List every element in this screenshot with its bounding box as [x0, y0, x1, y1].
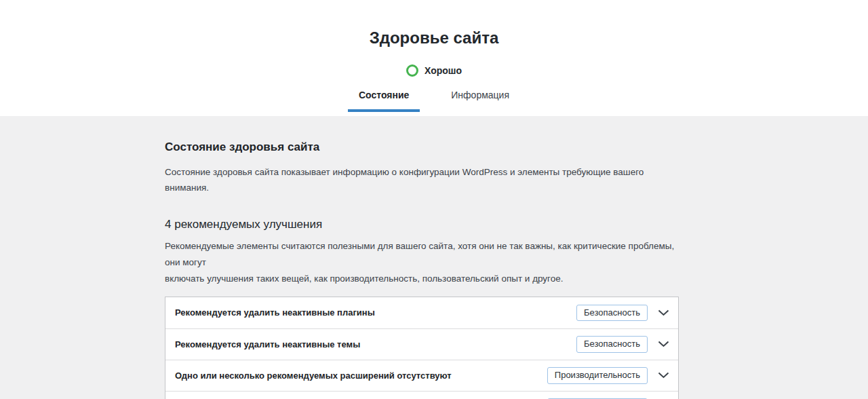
issue-label: Рекомендуется удалить неактивные плагины [175, 307, 375, 318]
issues-accordion: Рекомендуется удалить неактивные плагины… [165, 297, 679, 399]
issue-row-page-cache[interactable]: Кеширование страниц не обнаружено, но вр… [165, 391, 678, 399]
content-wrapper: Состояние здоровья сайта Состояние здоро… [165, 116, 679, 399]
tab-status[interactable]: Состояние [348, 88, 420, 112]
issue-badge: Безопасность [576, 336, 648, 353]
status-label: Хорошо [425, 65, 462, 76]
section-description: Состояние здоровья сайта показывает инфо… [165, 164, 679, 196]
issue-badge: Производительность [547, 367, 648, 384]
page-title: Здоровье сайта [0, 28, 868, 48]
chevron-down-icon [658, 341, 669, 347]
issue-row-missing-extensions[interactable]: Одно или несколько рекомендуемых расшире… [165, 360, 678, 391]
tab-info[interactable]: Информация [440, 88, 520, 112]
chevron-down-icon [658, 309, 669, 316]
chevron-down-icon [658, 372, 669, 379]
issues-count-title: 4 рекомендуемых улучшения [165, 216, 679, 233]
status-badge: Хорошо [406, 64, 462, 77]
site-health-header: Здоровье сайта Хорошо Состояние Информац… [0, 0, 868, 116]
issue-row-inactive-plugins[interactable]: Рекомендуется удалить неактивные плагины… [165, 297, 678, 328]
issue-label: Одно или несколько рекомендуемых расшире… [175, 370, 452, 381]
tabs-nav: Состояние Информация [0, 88, 868, 112]
issue-label: Рекомендуется удалить неактивные темы [175, 339, 360, 349]
section-title: Состояние здоровья сайта [165, 139, 679, 155]
issue-row-inactive-themes[interactable]: Рекомендуется удалить неактивные темы Бе… [165, 328, 678, 360]
good-status-circle-icon [406, 64, 418, 77]
issue-badge: Безопасность [576, 305, 648, 322]
site-health-body: Состояние здоровья сайта Состояние здоро… [0, 116, 868, 399]
issues-description: Рекомендуемые элементы считаются полезны… [165, 238, 679, 287]
